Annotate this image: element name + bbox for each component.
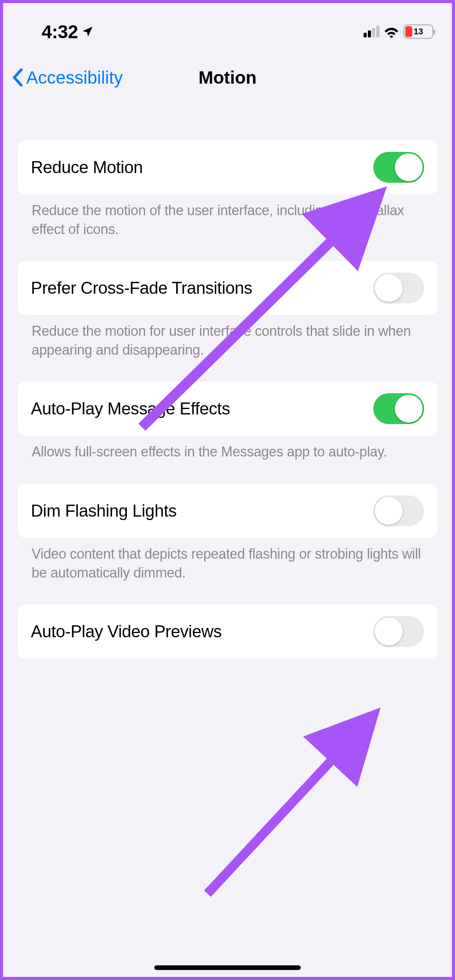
status-bar: 4:32 13: [3, 3, 452, 49]
location-icon: [81, 25, 94, 38]
video-previews-row[interactable]: Auto-Play Video Previews: [18, 605, 437, 658]
nav-bar: Accessibility Motion: [3, 56, 452, 99]
cross-fade-footer: Reduce the motion for user interface con…: [18, 315, 437, 359]
dim-flashing-footer: Video content that depicts repeated flas…: [18, 538, 437, 582]
settings-screen: 4:32 13 Accessibility M: [3, 3, 452, 977]
message-effects-row[interactable]: Auto-Play Message Effects: [18, 382, 437, 436]
video-previews-toggle[interactable]: [373, 616, 424, 647]
dim-flashing-label: Dim Flashing Lights: [31, 501, 177, 520]
battery-fill: [405, 26, 412, 37]
wifi-icon: [383, 25, 399, 38]
cross-fade-row[interactable]: Prefer Cross-Fade Transitions: [18, 261, 437, 315]
cross-fade-label: Prefer Cross-Fade Transitions: [31, 278, 252, 298]
back-label: Accessibility: [26, 67, 123, 88]
home-indicator[interactable]: [154, 965, 301, 970]
video-previews-label: Auto-Play Video Previews: [31, 622, 222, 641]
battery-percent: 13: [414, 27, 423, 37]
message-effects-label: Auto-Play Message Effects: [31, 399, 230, 418]
message-effects-toggle[interactable]: [373, 393, 424, 424]
page-title: Motion: [199, 67, 257, 88]
battery-icon: 13: [403, 24, 433, 39]
cellular-icon: [364, 26, 379, 37]
dim-flashing-toggle[interactable]: [373, 495, 424, 526]
reduce-motion-toggle[interactable]: [373, 152, 424, 183]
chevron-left-icon: [12, 68, 23, 87]
status-right: 13: [364, 24, 433, 39]
dim-flashing-row[interactable]: Dim Flashing Lights: [18, 484, 437, 538]
reduce-motion-label: Reduce Motion: [31, 158, 143, 177]
reduce-motion-row[interactable]: Reduce Motion: [18, 140, 437, 194]
cross-fade-toggle[interactable]: [373, 273, 424, 303]
back-button[interactable]: Accessibility: [12, 67, 123, 88]
status-time: 4:32: [42, 21, 78, 42]
content: Reduce Motion Reduce the motion of the u…: [3, 99, 452, 658]
status-left: 4:32: [42, 21, 94, 42]
reduce-motion-footer: Reduce the motion of the user interface,…: [18, 194, 437, 239]
svg-line-1: [207, 728, 362, 894]
message-effects-footer: Allows full-screen effects in the Messag…: [18, 436, 437, 461]
